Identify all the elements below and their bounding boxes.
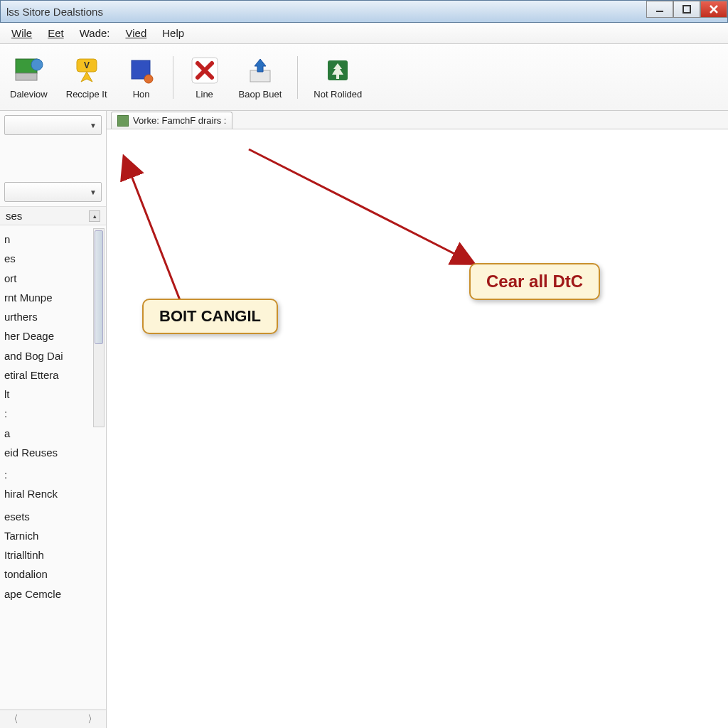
list-item[interactable]: her Deage [1,326,106,346]
sidebar-bottom-nav: 〈 〉 [0,710,106,728]
scroll-up-button[interactable]: ▴ [89,210,100,222]
list-item[interactable]: rnt Munpe [1,288,106,307]
toolbar-daleviow-label: Daleviow [10,89,48,100]
list-item[interactable]: : [1,404,106,423]
toolbar-separator [173,56,173,99]
list-item[interactable]: : [1,465,106,484]
sidebar: ▼ ▼ ses ▴ n es ort rnt Munpe urthers her… [0,111,107,728]
menu-vied[interactable]: Vied [118,25,154,41]
menubar: Wile Eet Wade: Vied Help [0,23,728,44]
list-item[interactable]: a [1,424,106,443]
toolbar-separator-2 [297,56,298,99]
x-icon [189,55,220,86]
titlebar: lss Sitore Dealstions [0,0,728,23]
toolbar: Daleviow V Reccipe It Hon Lin [0,44,728,111]
svg-text:V: V [84,60,90,70]
maximize-button[interactable] [673,1,700,18]
callout-1-text: BOIT CANGIL [159,307,261,325]
svg-rect-1 [683,6,690,13]
toolbar-baop-label: Baop Buet [239,89,282,100]
list-item[interactable]: etiral Ettera [1,365,106,385]
scrollbar-thumb[interactable] [95,230,103,344]
upload-icon [245,55,276,86]
window-title: lss Sitore Dealstions [6,6,103,18]
nav-left-button[interactable]: 〈 [4,713,23,726]
menu-wile[interactable]: Wile [4,25,39,41]
chevron-down-icon: ▼ [90,122,97,129]
minimize-button[interactable] [646,1,673,18]
toolbar-notrolided-label: Not Rolided [314,89,362,100]
toolbar-line[interactable]: Line [185,52,225,102]
sidebar-combo-1[interactable]: ▼ [4,115,102,135]
toolbar-baop[interactable]: Baop Buet [235,52,287,102]
svg-rect-12 [336,75,339,79]
callout-2-text: Cear all DtC [486,272,583,291]
list-item[interactable]: Tarnich [1,526,106,545]
svg-point-4 [31,59,43,70]
badge-icon: V [71,55,102,86]
tabstrip: Vorke: FamchF drairs : [107,111,728,129]
window-controls [646,1,727,21]
sidebar-list-header: ses ▴ [0,206,106,225]
toolbar-reccipe-label: Reccipe It [66,89,107,100]
svg-rect-3 [16,73,37,80]
list-item[interactable]: ape Cemcle [1,584,106,604]
toolbar-notrolided[interactable]: Not Rolided [309,52,366,102]
menu-eet[interactable]: Eet [41,25,71,41]
toolbar-daleviow[interactable]: Daleviow [6,52,52,102]
chevron-down-icon: ▼ [90,188,97,196]
annotation-callout-2: Cear all DtC [469,263,600,300]
list-item[interactable]: esets [1,507,106,526]
vertical-scrollbar[interactable] [93,228,105,427]
list-item[interactable]: hiral Renck [1,484,106,503]
sidebar-header-label: ses [6,210,22,222]
svg-point-8 [144,75,153,83]
list-item[interactable]: lt [1,385,106,404]
svg-rect-0 [656,11,663,12]
toolbar-line-label: Line [196,89,213,100]
menu-help[interactable]: Help [155,25,191,41]
close-button[interactable] [700,1,727,18]
list-item[interactable]: eid Reuses [1,443,106,462]
main-area: ▼ ▼ ses ▴ n es ort rnt Munpe urthers her… [0,111,728,728]
document-icon [117,115,129,127]
list-item[interactable]: ort [1,269,106,288]
annotation-callout-1: BOIT CANGIL [142,299,278,334]
list-item[interactable]: tondalion [1,564,106,584]
tab-vorke[interactable]: Vorke: FamchF drairs : [111,112,232,129]
list-item[interactable]: es [1,249,106,268]
nav-right-button[interactable]: 〉 [83,713,102,726]
content-area: Vorke: FamchF drairs : [107,111,728,728]
sidebar-list: n es ort rnt Munpe urthers her Deage and… [0,225,106,710]
list-item[interactable]: Itrialltinh [1,545,106,564]
sidebar-combo-2[interactable]: ▼ [4,182,102,202]
toolbar-hon-label: Hon [133,89,150,100]
list-item[interactable]: urthers [1,307,106,326]
tab-label: Vorke: FamchF drairs : [133,115,226,126]
square-icon [126,55,157,86]
menu-wade[interactable]: Wade: [73,25,117,41]
list-item[interactable]: and Bog Dai [1,346,106,365]
list-item[interactable]: n [1,230,106,249]
monitor-icon [13,55,44,86]
toolbar-reccipe[interactable]: V Reccipe It [62,52,112,102]
toolbar-hon[interactable]: Hon [122,52,161,102]
tree-icon [322,55,353,86]
